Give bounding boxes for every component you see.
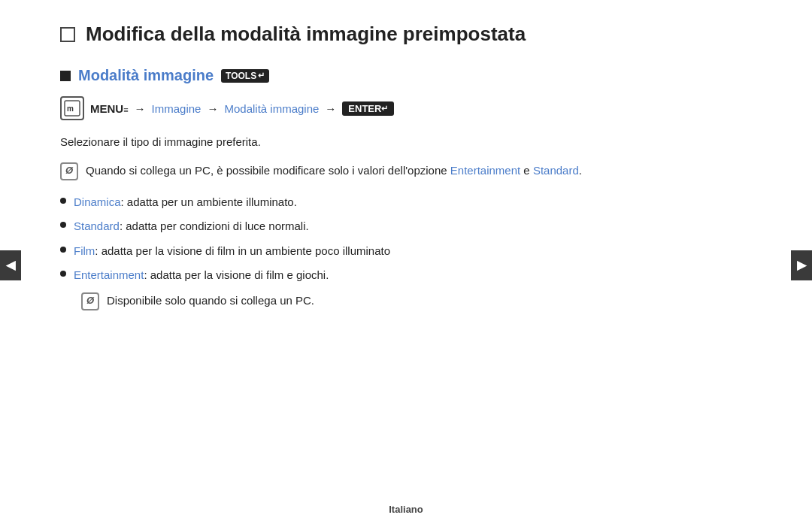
- section-title-text: Modalità immagine: [78, 67, 214, 84]
- menu-icon: m: [60, 96, 84, 120]
- list-item: Standard: adatta per condizioni di luce …: [60, 218, 752, 235]
- list-item-text: Dinamica: adatta per un ambiente illumin…: [74, 194, 297, 211]
- bullet-dot: [60, 198, 66, 204]
- note-text-1: Quando si collega un PC, è possibile mod…: [86, 162, 582, 180]
- sub-note-block: Ø Disponibile solo quando si collega un …: [81, 292, 752, 310]
- list-item-text: Film: adatta per la visione di film in u…: [74, 243, 390, 260]
- bullet-dot: [60, 271, 66, 277]
- page-title-text: Modifica della modalità immagine preimpo…: [86, 23, 526, 46]
- nav-right-button[interactable]: ▶: [791, 250, 812, 280]
- nav-right-arrow: ▶: [797, 258, 806, 272]
- enter-badge: ENTER↵: [342, 101, 394, 116]
- footer-language: Italiano: [0, 504, 812, 515]
- bullet-dot: [60, 222, 66, 228]
- note-icon-1: Ø: [60, 162, 78, 180]
- arrow3: →: [325, 102, 336, 115]
- nav-left-button[interactable]: ◀: [0, 250, 21, 280]
- arrow2: →: [207, 102, 218, 115]
- menu-link-modalita: Modalità immagine: [224, 102, 319, 115]
- list-item: Film: adatta per la visione di film in u…: [60, 243, 752, 260]
- list-item-text: Entertainment: adatta per la visione di …: [74, 267, 329, 284]
- checkbox-icon: [60, 27, 75, 42]
- menu-path: m MENU≡ → Immagine → Modalità immagine →…: [60, 96, 752, 120]
- description-text: Selezionare il tipo di immagine preferit…: [60, 134, 752, 151]
- list-item: Entertainment: adatta per la visione di …: [60, 267, 752, 284]
- list-item: Dinamica: adatta per un ambiente illumin…: [60, 194, 752, 211]
- sub-note-text: Disponibile solo quando si collega un PC…: [107, 292, 314, 310]
- page-title: Modifica della modalità immagine preimpo…: [60, 23, 752, 46]
- bullet-dot: [60, 247, 66, 253]
- tools-badge: TOOLS↵: [221, 69, 269, 83]
- arrow1: →: [135, 102, 146, 115]
- nav-left-arrow: ◀: [6, 258, 15, 272]
- section-square-icon: [60, 71, 71, 81]
- bullet-list: Dinamica: adatta per un ambiente illumin…: [60, 194, 752, 284]
- menu-label: MENU≡: [90, 102, 129, 115]
- section-title: Modalità immagine TOOLS↵: [60, 67, 752, 84]
- note-block-1: Ø Quando si collega un PC, è possibile m…: [60, 162, 752, 180]
- menu-link-immagine: Immagine: [152, 102, 201, 115]
- svg-text:m: m: [67, 104, 74, 113]
- note-icon-2: Ø: [81, 292, 99, 310]
- list-item-text: Standard: adatta per condizioni di luce …: [74, 218, 309, 235]
